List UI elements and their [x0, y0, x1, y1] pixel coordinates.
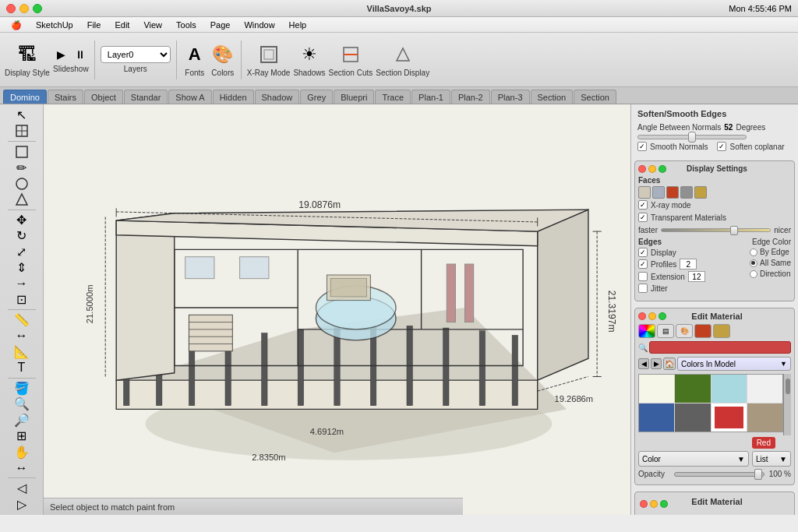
pencil-tool[interactable]: ✏ — [11, 160, 33, 175]
em-bottom-min[interactable] — [650, 500, 658, 508]
swatch-3[interactable] — [711, 375, 747, 403]
direction-radio[interactable] — [750, 270, 757, 278]
select-tool[interactable]: ↖ — [11, 107, 33, 122]
em-min-btn[interactable] — [648, 312, 656, 320]
tab-domino[interactable]: Domino — [3, 90, 47, 104]
tab-plan-1[interactable]: Plan-1 — [411, 90, 450, 104]
swatch-8[interactable] — [747, 403, 782, 432]
color-pencil-icon[interactable] — [713, 324, 730, 338]
transparent-checkbox[interactable]: ✓ — [638, 213, 648, 222]
tab-grey[interactable]: Grey — [300, 90, 333, 104]
zoom-window-tool[interactable]: 🔎 — [11, 412, 33, 427]
jitter-checkbox[interactable] — [638, 284, 648, 293]
nav-forward-btn[interactable]: ▶ — [651, 358, 662, 369]
fonts-icon[interactable]: A — [182, 42, 207, 67]
swatch-5[interactable] — [639, 403, 674, 432]
tab-stairs[interactable]: Stairs — [48, 90, 83, 104]
face-icon-5[interactable] — [694, 186, 707, 199]
protractor-tool[interactable]: 📐 — [11, 344, 33, 359]
tape-tool[interactable]: 📏 — [11, 312, 33, 327]
em-bottom-close[interactable] — [640, 500, 648, 508]
tab-show-a[interactable]: Show A — [168, 90, 211, 104]
swatch-7[interactable] — [711, 403, 747, 432]
tab-trace[interactable]: Trace — [375, 90, 411, 104]
angle-slider[interactable] — [637, 135, 747, 139]
display-style-icon[interactable]: 🏗 — [15, 42, 40, 67]
smooth-normals-checkbox[interactable]: ✓ — [637, 142, 647, 151]
section-cuts-icon[interactable] — [338, 42, 363, 67]
tab-section-1[interactable]: Section — [531, 90, 574, 104]
rectangle-tool[interactable] — [11, 144, 33, 159]
by-edge-radio[interactable] — [750, 248, 757, 256]
face-icon-2[interactable] — [652, 186, 665, 199]
em-max-btn[interactable] — [659, 312, 666, 320]
em-bottom-max[interactable] — [660, 500, 668, 508]
xray-checkbox[interactable]: ✓ — [638, 200, 648, 210]
slider-thumb[interactable] — [688, 132, 696, 143]
swatch-1[interactable] — [639, 375, 674, 403]
home-btn[interactable]: 🏠 — [663, 358, 676, 370]
tab-bluepri[interactable]: Bluepri — [334, 90, 374, 104]
color-sliders-icon[interactable]: ▤ — [657, 324, 674, 338]
soften-coplanar-checkbox[interactable]: ✓ — [717, 142, 726, 151]
shadows-icon[interactable]: ☀ — [297, 42, 322, 67]
quality-slider-thumb[interactable] — [730, 226, 738, 235]
pushpull-tool[interactable]: ⇕ — [11, 260, 33, 275]
component-tool[interactable] — [11, 123, 33, 139]
opacity-slider[interactable] — [674, 472, 764, 477]
tab-object[interactable]: Object — [84, 90, 123, 104]
profiles-value[interactable] — [680, 259, 697, 270]
swatches-scrollbar[interactable] — [783, 374, 791, 435]
menu-help[interactable]: Help — [283, 18, 313, 32]
next-tool[interactable]: ▷ — [11, 496, 33, 511]
ds-max-btn[interactable] — [659, 165, 666, 173]
maximize-button[interactable] — [33, 4, 42, 13]
tab-section-2[interactable]: Section — [574, 90, 616, 104]
em-close-btn[interactable] — [638, 312, 646, 320]
close-button[interactable] — [6, 4, 16, 13]
circle-tool[interactable] — [11, 176, 33, 191]
menu-tools[interactable]: Tools — [170, 18, 203, 32]
layer-dropdown[interactable]: Layer0 — [101, 46, 171, 63]
text-tool[interactable]: T — [11, 360, 33, 375]
search-bar[interactable] — [649, 341, 791, 354]
color-selector-dropdown[interactable]: Color ▼ — [638, 451, 749, 467]
prev-tool[interactable]: ◁ — [11, 481, 33, 495]
menu-edit[interactable]: Edit — [108, 18, 136, 32]
tab-hidden[interactable]: Hidden — [213, 90, 254, 104]
menu-view[interactable]: View — [137, 18, 168, 32]
zoom-extents-tool[interactable]: ⊞ — [11, 428, 33, 443]
rotate-tool[interactable]: ↻ — [11, 228, 33, 243]
paint-tool[interactable]: 🪣 — [11, 381, 33, 396]
tab-shadow[interactable]: Shadow — [255, 90, 300, 104]
menu-apple[interactable]: 🍎 — [5, 18, 28, 32]
nav-back-btn[interactable]: ◀ — [638, 358, 649, 369]
swatch-4[interactable] — [747, 375, 782, 403]
pan-tool[interactable]: ✋ — [11, 444, 33, 459]
list-selector-dropdown[interactable]: List ▼ — [752, 451, 791, 467]
opacity-thumb[interactable] — [754, 469, 762, 480]
dimension-tool[interactable]: ↔ — [11, 329, 33, 344]
pause-button[interactable]: ⏸ — [72, 46, 89, 63]
tab-plan-3[interactable]: Plan-3 — [491, 90, 530, 104]
tab-plan-2[interactable]: Plan-2 — [451, 90, 490, 104]
section-display-icon[interactable] — [390, 42, 415, 67]
play-button[interactable]: ▶ — [53, 46, 70, 63]
extension-checkbox[interactable] — [638, 272, 648, 281]
color-image-icon[interactable] — [694, 324, 711, 338]
menu-window[interactable]: Window — [238, 18, 281, 32]
face-icon-4[interactable] — [680, 186, 693, 199]
zoom-tool[interactable]: 🔍 — [11, 396, 33, 411]
color-palette-icon[interactable]: 🎨 — [676, 324, 693, 338]
scale-tool[interactable]: ⤢ — [11, 245, 33, 259]
color-wheel-icon[interactable] — [638, 324, 655, 338]
tab-standar[interactable]: Standar — [124, 90, 168, 104]
swatch-2[interactable] — [675, 375, 710, 403]
menu-page[interactable]: Page — [204, 18, 237, 32]
display-edges-checkbox[interactable]: ✓ — [638, 248, 648, 257]
profiles-checkbox[interactable]: ✓ — [638, 259, 648, 269]
offset-tool[interactable]: ⊡ — [11, 292, 33, 307]
menu-file[interactable]: File — [81, 18, 108, 32]
ds-min-btn[interactable] — [648, 165, 656, 173]
orbit-tool[interactable]: ↔ — [11, 460, 33, 475]
